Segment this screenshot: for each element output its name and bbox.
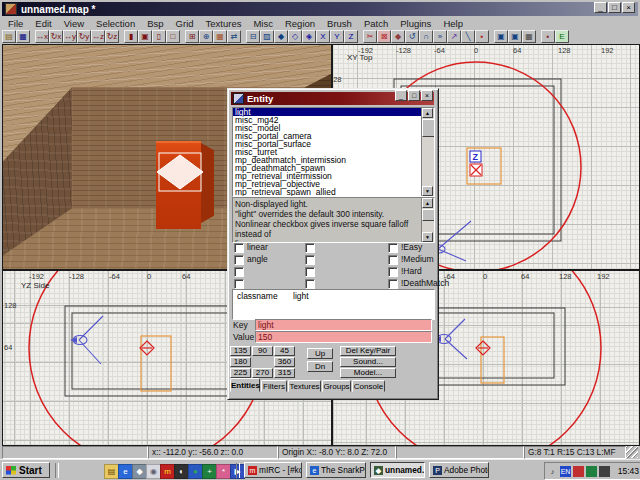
language-EN-icon[interactable]: EN (560, 466, 571, 477)
task-mirc-kor[interactable]: mmIRC - [#kor.. (244, 462, 302, 478)
lock-y-button[interactable]: ▣ (508, 30, 522, 43)
volume-icon[interactable]: ♪ (547, 466, 558, 477)
checkbox-col2-row4[interactable] (305, 279, 315, 289)
angle-270-button[interactable]: 270 (252, 368, 273, 378)
checkbox-col2-row1[interactable] (305, 243, 315, 253)
rotate-y-button[interactable]: ↻y (77, 30, 91, 43)
menu-textures[interactable]: Textures (200, 18, 248, 29)
entity-list-button[interactable]: E (555, 30, 569, 43)
task-the-snarkpit[interactable]: eThe SnarkPit.. (306, 462, 366, 478)
checkbox-col1-row4[interactable] (234, 279, 244, 289)
winamp-icon[interactable]: ◐ (174, 464, 189, 479)
entity-class-mp_retrieval_spawn_allied[interactable]: mp_retrieval_spawn_allied (233, 188, 434, 196)
tab-entities[interactable]: Entities (230, 378, 260, 392)
icq-icon[interactable]: * (216, 464, 231, 479)
keyvalue-list[interactable]: classnamelight (232, 289, 435, 320)
model-button[interactable]: Model... (340, 368, 396, 378)
key-input[interactable] (255, 319, 432, 331)
scroll-thumb[interactable] (422, 209, 435, 221)
mirc-icon[interactable]: m (160, 464, 175, 479)
menu-patch[interactable]: Patch (358, 18, 394, 29)
menu-plugins[interactable]: Plugins (394, 18, 437, 29)
select-complete-tall-button[interactable]: ▮ (124, 30, 138, 43)
earth-icon[interactable]: ● (188, 464, 203, 479)
titlebar[interactable]: unnamed.map * (2, 2, 638, 16)
value-input[interactable] (255, 331, 432, 343)
maximize-button[interactable]: □ (608, 2, 621, 13)
scroll-up-icon[interactable]: ▲ (422, 108, 433, 118)
snap-toggle-button[interactable]: ╲ (461, 30, 475, 43)
menu-view[interactable]: View (58, 18, 90, 29)
tab-textures[interactable]: Textures (288, 380, 321, 392)
antivirus-icon[interactable]: + (202, 464, 217, 479)
entity-list-scrollbar[interactable]: ▲ ▼ (421, 108, 434, 196)
angle-45-button[interactable]: 45 (274, 346, 295, 356)
dont-select-entities-button[interactable]: ⇄ (227, 30, 241, 43)
y-view-button[interactable]: Y (330, 30, 344, 43)
menu-selection[interactable]: Selection (90, 18, 141, 29)
outlook-icon[interactable]: ◆ (132, 464, 147, 479)
menu-region[interactable]: Region (279, 18, 321, 29)
csg-merge-button[interactable]: ⊕ (199, 30, 213, 43)
make-hollow-button[interactable]: ⊞ (185, 30, 199, 43)
scroll-thumb[interactable] (422, 119, 435, 137)
patch-drill-button[interactable]: ↗ (447, 30, 461, 43)
start-button[interactable]: Start (2, 462, 50, 478)
dialog-minimize-button[interactable]: _ (395, 90, 407, 101)
angle-up-button[interactable]: Up (307, 348, 333, 359)
patch-bend-button[interactable]: ∩ (419, 30, 433, 43)
scroll-up-icon[interactable]: ▲ (422, 198, 433, 208)
select-inside-button[interactable]: □ (166, 30, 180, 43)
checkbox-col2-row2[interactable] (305, 255, 315, 265)
display-icon[interactable] (573, 466, 584, 477)
texture-power2-button[interactable]: ▨ (260, 30, 274, 43)
select-touching-button[interactable]: ▣ (138, 30, 152, 43)
angle-360-button[interactable]: 360 (274, 357, 295, 367)
angle-down-button[interactable]: Dn (307, 361, 333, 372)
checkbox-linear[interactable] (234, 243, 244, 253)
angle-315-button[interactable]: 315 (274, 368, 295, 378)
scroll-down-icon[interactable]: ▼ (422, 186, 433, 196)
cd-player-icon[interactable]: ◉ (146, 464, 161, 479)
task-adobe-photo[interactable]: PAdobe Photo... (429, 462, 489, 478)
select-partial-tall-button[interactable]: ▯ (152, 30, 166, 43)
flip-x-button[interactable]: ↔x (35, 30, 49, 43)
light-entity-icon[interactable] (157, 155, 203, 189)
entity-class-list[interactable]: lightmisc_mg42misc_modelmisc_portal_came… (232, 107, 435, 197)
angle-180-button[interactable]: 180 (230, 357, 251, 367)
dialog-maximize-button[interactable]: □ (408, 90, 420, 101)
sound-button[interactable]: Sound... (340, 357, 396, 367)
menu-file[interactable]: File (2, 18, 29, 29)
scroll-down-icon[interactable]: ▼ (422, 232, 433, 242)
open-file-button[interactable]: ▤ (2, 30, 16, 43)
entity-color-button[interactable]: ◆ (274, 30, 288, 43)
plugin-misc-button[interactable]: ▪ (541, 30, 555, 43)
rotate-z-button[interactable]: ↻z (105, 30, 119, 43)
menu-misc[interactable]: Misc (247, 18, 279, 29)
menu-edit[interactable]: Edit (29, 18, 57, 29)
menu-grid[interactable]: Grid (170, 18, 200, 29)
dialog-close-button[interactable]: × (421, 90, 433, 101)
rotate-view-button[interactable]: ↺ (405, 30, 419, 43)
clipper-button[interactable]: ✂ (363, 30, 377, 43)
close-button[interactable]: × (622, 2, 635, 13)
patch-weld-button[interactable]: » (433, 30, 447, 43)
checkbox-angle[interactable] (234, 255, 244, 265)
angle-225-button[interactable]: 225 (230, 368, 251, 378)
minimize-button[interactable]: _ (594, 2, 607, 13)
description-scrollbar[interactable]: ▲ ▼ (421, 198, 434, 242)
csg-subtract-button[interactable]: ◆ (391, 30, 405, 43)
flip-z-button[interactable]: ↔z (91, 30, 105, 43)
selected-brush-outline[interactable] (481, 337, 504, 383)
region-set-button[interactable]: ⊠ (377, 30, 391, 43)
save-file-button[interactable]: ▦ (16, 30, 30, 43)
angle-135-button[interactable]: 135 (230, 346, 251, 356)
angle-90-button[interactable]: 90 (252, 346, 273, 356)
mono-app-icon[interactable] (599, 466, 610, 477)
rotate-x-button[interactable]: ↻x (49, 30, 63, 43)
z-view-button[interactable]: Z (344, 30, 358, 43)
checkbox-col1-row3[interactable] (234, 267, 244, 277)
menu-bsp[interactable]: Bsp (141, 18, 169, 29)
window-layout-button[interactable]: ▦ (522, 30, 536, 43)
free-scale-button[interactable]: ◈ (302, 30, 316, 43)
